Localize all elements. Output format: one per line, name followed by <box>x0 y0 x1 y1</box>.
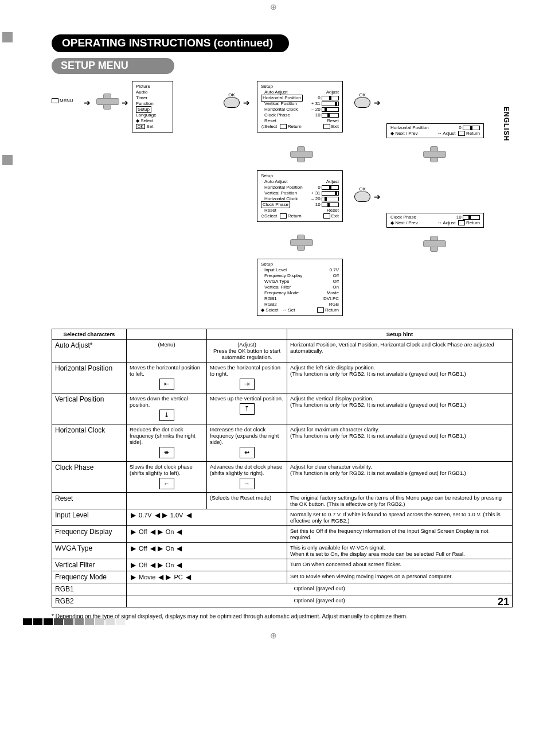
toggle-cell: ▶ 0.7V ◀▶ 1.0V ◀ <box>127 509 287 526</box>
row-span: Optional (grayed out) <box>127 595 513 607</box>
arrow-right-icon: ➔ <box>243 98 250 107</box>
left-cell: Slows the dot clock phase (shifts slight… <box>127 462 207 493</box>
ok-key-icon: OK <box>354 186 370 202</box>
row-label: Frequency Display <box>52 526 127 543</box>
table-row: Vertical Filter▶ Off ◀▶ On ◀Turn On when… <box>52 559 513 571</box>
table-row: Vertical PositionMoves down the vertical… <box>52 393 513 424</box>
right-cell: Moves the horizontal position to right.⇥ <box>207 363 287 393</box>
row-label: Frequency Mode <box>52 571 127 583</box>
left-cell <box>127 493 207 509</box>
toggle-cell: ▶ Off ◀▶ On ◀ <box>127 543 287 559</box>
cursor-pad-icon <box>423 146 445 162</box>
hint-cell: Normally set to 0.7 V. If white is found… <box>287 509 513 526</box>
row-label: Horizontal Clock <box>52 424 127 462</box>
osd-setup-menu-page2: Setup Input Level0.7V Frequency DisplayO… <box>257 259 343 316</box>
right-cell: Increases the dot clock frequency (expan… <box>207 424 287 462</box>
hint-cell: Adjust for maximum character clarity. (T… <box>287 424 513 462</box>
left-cell: Reduces the dot clock frequency (shrinks… <box>127 424 207 462</box>
arrow-right-icon: ➔ <box>374 98 381 107</box>
right-cell: Advances the dot clock phase (shifts sli… <box>207 462 287 493</box>
margin-block-icon <box>2 32 13 42</box>
table-row: Auto Adjust*(Menu)(Adjust) Press the OK … <box>52 340 513 363</box>
page-title: OPERATING INSTRUCTIONS (continued) <box>52 34 289 52</box>
table-row: RGB2Optional (grayed out) <box>52 595 513 607</box>
hint-cell: Set this to Off if the frequency informa… <box>287 526 513 543</box>
toggle-cell: ▶ Movie ◀▶ PC ◀ <box>127 571 287 583</box>
hint-cell: Horizontal Position, Vertical Position, … <box>287 340 513 363</box>
registration-mark-bottom: ⊕ <box>270 631 277 640</box>
hint-cell: Adjust the left-side display position. (… <box>287 363 513 393</box>
table-row: Input Level▶ 0.7V ◀▶ 1.0V ◀Normally set … <box>52 509 513 526</box>
row-label: RGB2 <box>52 595 127 607</box>
row-span: Optional (grayed out) <box>127 583 513 595</box>
toggle-cell: ▶ Off ◀▶ On ◀ <box>127 559 287 571</box>
right-cell: Moves up the vertical position.⤒ <box>207 393 287 424</box>
left-cell: Moves down the vertical position.⤓ <box>127 393 207 424</box>
osd-adjust-bar-cp: Clock Phase10 ◆ Next / Prev↔ Adjust Retu… <box>386 213 484 228</box>
row-label: Vertical Filter <box>52 559 127 571</box>
hint-cell: Adjust for clear character visibility. (… <box>287 462 513 493</box>
col-header <box>127 329 207 340</box>
row-label: Input Level <box>52 509 127 526</box>
table-row: WVGA Type▶ Off ◀▶ On ◀This is only avail… <box>52 543 513 559</box>
osd-adjust-bar-hp: Horizontal Position0 ◆ Next / Prev↔ Adju… <box>386 123 484 138</box>
osd-flow-diagram: MENU ➔ ➔ Picture Audio Timer Function Se… <box>52 81 487 322</box>
table-row: Reset(Selects the Reset mode)The origina… <box>52 493 513 509</box>
toggle-cell: ▶ Off ◀▶ On ◀ <box>127 526 287 543</box>
table-row: Clock PhaseSlows the dot clock phase (sh… <box>52 462 513 493</box>
row-label: WVGA Type <box>52 543 127 559</box>
ok-key-icon: OK <box>354 92 370 108</box>
table-header-row: Selected characters Setup hint <box>52 329 513 340</box>
row-label: Horizontal Position <box>52 363 127 393</box>
table-row: Horizontal PositionMoves the horizontal … <box>52 363 513 393</box>
col-header <box>207 329 287 340</box>
table-row: Frequency Mode▶ Movie ◀▶ PC ◀Set to Movi… <box>52 571 513 583</box>
margin-block-icon <box>2 155 13 165</box>
arrow-right-icon: ➔ <box>374 192 381 201</box>
language-tab: ENGLISH <box>502 107 510 141</box>
menu-key-icon: MENU <box>52 98 73 103</box>
cursor-pad-icon <box>423 236 445 252</box>
ok-key-icon: OK <box>224 92 240 108</box>
left-cell: (Menu) <box>127 340 207 363</box>
cursor-pad-icon <box>290 146 312 162</box>
col-header: Selected characters <box>52 329 127 340</box>
table-row: Horizontal ClockReduces the dot clock fr… <box>52 424 513 462</box>
row-label: Reset <box>52 493 127 509</box>
setup-reference-table: Selected characters Setup hint Auto Adju… <box>52 329 513 607</box>
hint-cell: This is only available for W-VGA signal.… <box>287 543 513 559</box>
cursor-pad-icon <box>290 235 312 251</box>
osd-main-menu: Picture Audio Timer Function Setup Langu… <box>132 81 173 133</box>
row-label: Clock Phase <box>52 462 127 493</box>
table-row: RGB1Optional (grayed out) <box>52 583 513 595</box>
hint-cell: Set to Movie when viewing moving images … <box>287 571 513 583</box>
footer-stripe-icon <box>23 618 125 625</box>
osd-setup-menu-b: Setup Auto AdjustAdjust Horizontal Posit… <box>257 170 343 222</box>
osd-setup-menu-a: Setup Auto AdjustAdjust Horizontal Posit… <box>257 81 343 133</box>
cursor-pad-icon <box>96 93 118 110</box>
right-cell: (Adjust) Press the OK button to start au… <box>207 340 287 363</box>
arrow-right-icon: ➔ <box>122 98 128 107</box>
section-title: SETUP MENU <box>52 58 174 74</box>
right-cell: (Selects the Reset mode) <box>207 493 287 509</box>
col-header: Setup hint <box>287 329 513 340</box>
hint-cell: Turn On when concerned about screen flic… <box>287 559 513 571</box>
hint-cell: The original factory settings for the it… <box>287 493 513 509</box>
row-label: Auto Adjust* <box>52 340 127 363</box>
left-cell: Moves the horizontal position to left.⇤ <box>127 363 207 393</box>
arrow-right-icon: ➔ <box>84 98 91 107</box>
row-label: Vertical Position <box>52 393 127 424</box>
row-label: RGB1 <box>52 583 127 595</box>
page-number: 21 <box>498 596 509 608</box>
registration-mark-top: ⊕ <box>270 2 277 11</box>
hint-cell: Adjust the vertical display position. (T… <box>287 393 513 424</box>
table-row: Frequency Display▶ Off ◀▶ On ◀Set this t… <box>52 526 513 543</box>
